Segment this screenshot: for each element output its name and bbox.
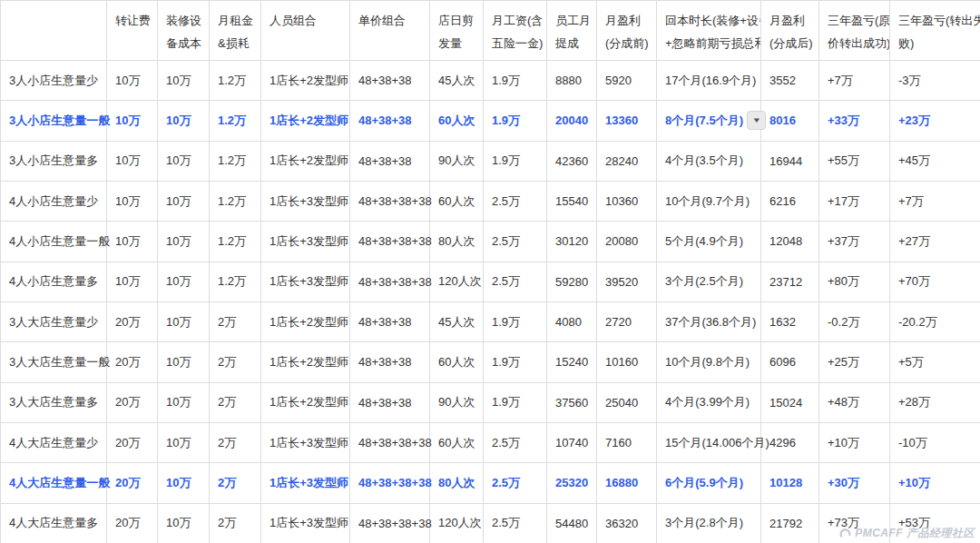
data-cell[interactable]: 48+38+38+38	[350, 222, 430, 262]
data-cell[interactable]: 39520	[597, 262, 657, 301]
data-cell[interactable]: 10万	[158, 463, 210, 503]
data-cell[interactable]: 21792	[761, 503, 819, 543]
data-cell[interactable]: 48+38+38+38	[350, 181, 430, 221]
data-cell[interactable]: 1.9万	[484, 382, 547, 422]
data-cell[interactable]: 37个月(36.8个月)	[657, 301, 761, 341]
row-label-cell[interactable]: 3人大店生意量多	[1, 382, 107, 422]
data-cell[interactable]: 1.9万	[484, 101, 547, 141]
data-cell[interactable]: 7160	[597, 422, 657, 462]
data-cell[interactable]: +17万	[819, 181, 890, 221]
row-label-cell[interactable]: 4人大店生意量多	[1, 503, 107, 543]
data-cell[interactable]: 4个月(3.99个月)	[657, 382, 761, 422]
data-cell[interactable]: 10个月(9.7个月)	[657, 181, 761, 221]
data-cell[interactable]: 6096	[761, 342, 819, 382]
row-label-cell[interactable]: 3人大店生意量一般	[1, 342, 107, 382]
row-label-cell[interactable]: 4人小店生意量多	[1, 262, 107, 301]
data-cell[interactable]: 80人次	[430, 222, 484, 262]
data-cell[interactable]: 60人次	[430, 181, 484, 221]
data-cell[interactable]: 10个月(9.8个月)	[657, 342, 761, 382]
data-cell[interactable]: 20万	[107, 382, 158, 422]
data-cell[interactable]: 15540	[547, 181, 597, 221]
data-cell[interactable]: 10万	[158, 422, 210, 462]
data-cell[interactable]: 20040	[547, 101, 597, 141]
data-cell[interactable]: +25万	[819, 342, 890, 382]
data-cell[interactable]: 1店长+2发型师	[261, 61, 350, 101]
data-cell[interactable]: 1.2万	[210, 101, 261, 141]
column-header[interactable]: 店日剪发量	[430, 1, 484, 61]
data-cell[interactable]: 1店长+3发型师	[261, 222, 350, 262]
data-cell[interactable]: 10万	[107, 262, 158, 301]
data-cell[interactable]: 30120	[547, 222, 597, 262]
data-cell[interactable]: 2万	[210, 503, 261, 543]
data-cell[interactable]: 3个月(2.8个月)	[657, 503, 761, 543]
data-cell[interactable]: 37560	[547, 382, 597, 422]
data-cell[interactable]: +10万	[890, 463, 980, 503]
data-cell[interactable]: 48+38+38+38	[350, 463, 430, 503]
data-cell[interactable]: 10360	[597, 181, 657, 221]
data-cell[interactable]: 1.9万	[484, 141, 547, 181]
data-cell[interactable]: 10万	[158, 101, 210, 141]
data-cell[interactable]: 23712	[761, 262, 819, 301]
column-header[interactable]: 三年盈亏(原价转出成功)	[819, 1, 890, 61]
data-cell[interactable]: 1店长+2发型师	[261, 141, 350, 181]
data-cell[interactable]: +7万	[819, 61, 890, 101]
data-cell[interactable]: 10万	[107, 141, 158, 181]
data-cell[interactable]: 2.5万	[484, 222, 547, 262]
data-cell[interactable]: +80万	[819, 262, 890, 301]
column-header[interactable]: 月盈利(分成前)	[597, 1, 657, 61]
data-cell[interactable]: 10万	[158, 141, 210, 181]
data-cell[interactable]: 48+38+38	[350, 141, 430, 181]
data-cell[interactable]: 1.9万	[484, 301, 547, 341]
data-cell[interactable]: 16880	[597, 463, 657, 503]
data-cell[interactable]: 10万	[107, 181, 158, 221]
data-cell[interactable]: +33万	[819, 101, 890, 141]
data-cell[interactable]: 48+38+38+38	[350, 422, 430, 462]
data-cell[interactable]: 16944	[761, 141, 819, 181]
data-cell[interactable]: 10万	[107, 222, 158, 262]
data-cell[interactable]: 4080	[547, 301, 597, 341]
data-cell[interactable]: 48+38+38	[350, 382, 430, 422]
data-cell[interactable]: 48+38+38	[350, 342, 430, 382]
data-cell[interactable]: 4个月(3.5个月)	[657, 141, 761, 181]
data-cell[interactable]: 80人次	[430, 463, 484, 503]
data-cell[interactable]: +30万	[819, 463, 890, 503]
data-cell[interactable]: +45万	[890, 141, 980, 181]
data-cell[interactable]: 10160	[597, 342, 657, 382]
data-cell[interactable]: -10万	[890, 422, 980, 462]
data-cell[interactable]: 3552	[761, 61, 819, 101]
data-cell[interactable]: 1店长+3发型师	[261, 503, 350, 543]
data-cell[interactable]: 1632	[761, 301, 819, 341]
data-cell[interactable]: 10万	[158, 301, 210, 341]
data-cell[interactable]: +37万	[819, 222, 890, 262]
data-cell[interactable]: 48+38+38	[350, 301, 430, 341]
data-cell[interactable]: 1店长+2发型师	[261, 301, 350, 341]
data-cell[interactable]: 20万	[107, 463, 158, 503]
data-cell[interactable]: 1店长+3发型师	[261, 262, 350, 301]
data-cell[interactable]: 13360	[597, 101, 657, 141]
data-cell[interactable]: 1.2万	[210, 141, 261, 181]
column-header[interactable]: 月租金&损耗	[210, 1, 261, 61]
data-cell[interactable]: 2万	[210, 301, 261, 341]
data-cell[interactable]: 60人次	[430, 101, 484, 141]
data-cell[interactable]: 48+38+38+38	[350, 262, 430, 301]
data-cell[interactable]: 10万	[107, 61, 158, 101]
data-cell[interactable]: 10万	[158, 503, 210, 543]
data-cell[interactable]: 45人次	[430, 301, 484, 341]
cell-dropdown-button[interactable]: ▼	[747, 111, 766, 130]
data-cell[interactable]: 20万	[107, 301, 158, 341]
data-cell[interactable]: 8880	[547, 61, 597, 101]
data-cell[interactable]: 1.2万	[210, 262, 261, 301]
data-cell[interactable]: 15个月(14.006个月)	[657, 422, 761, 462]
data-cell[interactable]: 48+38+38	[350, 101, 430, 141]
data-cell[interactable]: +48万	[819, 382, 890, 422]
data-cell[interactable]: 60人次	[430, 422, 484, 462]
data-cell[interactable]: 20080	[597, 222, 657, 262]
column-header[interactable]: 员工月提成	[547, 1, 597, 61]
corner-cell[interactable]	[1, 1, 107, 61]
data-cell[interactable]: 10万	[158, 181, 210, 221]
data-cell[interactable]: 2.5万	[484, 422, 547, 462]
data-cell[interactable]: 1.9万	[484, 61, 547, 101]
data-cell[interactable]: 1店长+3发型师	[261, 422, 350, 462]
data-cell[interactable]: 2万	[210, 422, 261, 462]
data-cell[interactable]: -3万	[890, 61, 980, 101]
